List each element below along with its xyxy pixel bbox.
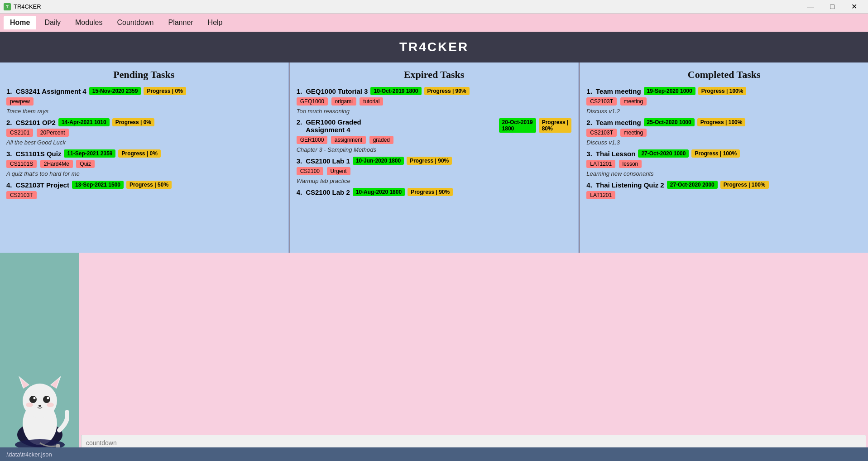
status-bar: .\data\tr4cker.json bbox=[0, 447, 868, 461]
tag: meeting bbox=[620, 129, 647, 137]
progress-badge: Progress | 100% bbox=[691, 149, 740, 158]
app-header: TR4CKER bbox=[0, 32, 868, 62]
task-number: 1. bbox=[297, 87, 302, 95]
task-name: Team meeting bbox=[596, 119, 641, 126]
tag: Quiz bbox=[76, 160, 95, 168]
progress-badge: Progress |80% bbox=[539, 118, 572, 133]
menu-modules[interactable]: Modules bbox=[69, 16, 109, 29]
task-name: CS2100 Lab 2 bbox=[306, 188, 350, 196]
tag: tutorial bbox=[360, 97, 383, 106]
chat-messages bbox=[79, 253, 868, 433]
task-number: 2. bbox=[297, 118, 302, 126]
task-name: Thai Lesson bbox=[596, 150, 636, 158]
maximize-button[interactable]: □ bbox=[822, 0, 843, 14]
progress-badge: Progress | 90% bbox=[424, 87, 470, 95]
date-badge: 25-Oct-2020 1000 bbox=[644, 118, 695, 126]
mascot bbox=[10, 371, 69, 448]
task-number: 1. bbox=[6, 87, 12, 95]
task-name: CS1101S Quiz bbox=[16, 150, 62, 158]
tag: 2Hard4Me bbox=[40, 160, 73, 168]
task-desc: Warmup lab practice bbox=[297, 178, 572, 184]
menu-help[interactable]: Help bbox=[201, 16, 229, 29]
window-controls: — □ ✕ bbox=[800, 0, 864, 14]
date-badge: 10-Aug-2020 1800 bbox=[353, 188, 405, 196]
tag: 20Percent bbox=[37, 129, 69, 137]
mascot-area bbox=[0, 253, 79, 453]
task-number: 4. bbox=[586, 181, 592, 189]
app-title: TR4CKER bbox=[14, 3, 41, 10]
pending-tasks-list: 1. CS3241 Assignment 4 15-Nov-2020 2359 … bbox=[0, 85, 288, 253]
list-item: 2. Team meeting 25-Oct-2020 1000 Progres… bbox=[586, 118, 862, 146]
chat-area bbox=[79, 253, 868, 453]
tag: LAT1201 bbox=[586, 191, 615, 199]
chat-input[interactable] bbox=[86, 439, 861, 447]
progress-badge: Progress | 90% bbox=[407, 157, 452, 165]
progress-badge: Progress | 0% bbox=[144, 87, 186, 95]
tag: graded bbox=[369, 136, 393, 144]
task-name: GEQ1000 Tutorial 3 bbox=[306, 87, 368, 95]
menu-bar: Home Daily Modules Countdown Planner Hel… bbox=[0, 14, 868, 32]
task-number: 3. bbox=[6, 150, 12, 158]
svg-point-5 bbox=[29, 396, 37, 403]
close-button[interactable]: ✕ bbox=[844, 0, 864, 14]
tag: CS2100 bbox=[297, 167, 323, 175]
list-item: 1. GEQ1000 Tutorial 3 10-Oct-2019 1800 P… bbox=[297, 87, 572, 115]
svg-point-7 bbox=[33, 397, 35, 399]
date-badge: 20-Oct-20191800 bbox=[499, 118, 536, 133]
task-number: 1. bbox=[586, 87, 592, 95]
menu-countdown[interactable]: Countdown bbox=[111, 16, 160, 29]
date-badge: 11-Sep-2021 2359 bbox=[64, 149, 115, 158]
task-desc: Discuss v1.2 bbox=[586, 108, 862, 115]
task-number: 3. bbox=[586, 150, 592, 158]
tag: CS2103T bbox=[586, 97, 617, 106]
pending-tasks-header: Pending Tasks bbox=[0, 62, 288, 85]
task-desc: Chapter 3 - Sampling Methods bbox=[297, 146, 572, 153]
date-badge: 14-Apr-2021 1010 bbox=[58, 118, 110, 126]
svg-point-9 bbox=[38, 405, 41, 407]
tag: Urgent bbox=[327, 167, 350, 175]
list-item: 3. CS2100 Lab 1 10-Jun-2020 1800 Progres… bbox=[297, 157, 572, 184]
svg-point-8 bbox=[47, 397, 49, 399]
progress-badge: Progress | 0% bbox=[112, 118, 154, 126]
date-badge: 10-Jun-2020 1800 bbox=[353, 157, 404, 165]
list-item: 4. CS2103T Project 13-Sep-2021 1500 Prog… bbox=[6, 181, 282, 200]
task-desc: Learning new consonants bbox=[586, 170, 862, 177]
completed-tasks-column: Completed Tasks 1. Team meeting 19-Sep-2… bbox=[580, 62, 868, 253]
list-item: 2. GER1000 GradedAssignment 4 20-Oct-201… bbox=[297, 118, 572, 153]
tag: pewpew bbox=[6, 97, 34, 106]
svg-point-12 bbox=[26, 403, 33, 407]
pending-tasks-column: Pending Tasks 1. CS3241 Assignment 4 15-… bbox=[0, 62, 289, 253]
list-item: 4. CS2100 Lab 2 10-Aug-2020 1800 Progres… bbox=[297, 188, 572, 196]
progress-badge: Progress | 100% bbox=[697, 118, 746, 126]
completed-tasks-header: Completed Tasks bbox=[580, 62, 868, 85]
bottom-section bbox=[0, 253, 868, 453]
date-badge: 27-Oct-2020 1000 bbox=[638, 149, 689, 158]
task-name: CS2100 Lab 1 bbox=[306, 157, 350, 165]
task-desc: Discuss v1.3 bbox=[586, 139, 862, 146]
tag: assignment bbox=[331, 136, 366, 144]
task-name: CS2103T Project bbox=[16, 181, 69, 189]
list-item: 4. Thai Listening Quiz 2 27-Oct-2020 200… bbox=[586, 181, 862, 200]
progress-badge: Progress | 100% bbox=[720, 181, 769, 189]
menu-planner[interactable]: Planner bbox=[162, 16, 199, 29]
menu-daily[interactable]: Daily bbox=[38, 16, 67, 29]
progress-badge: Progress | 100% bbox=[698, 87, 747, 95]
task-number: 3. bbox=[297, 157, 302, 165]
expired-tasks-column: Expired Tasks 1. GEQ1000 Tutorial 3 10-O… bbox=[290, 62, 579, 253]
date-badge: 19-Sep-2020 1000 bbox=[644, 87, 695, 95]
completed-tasks-list: 1. Team meeting 19-Sep-2020 1000 Progres… bbox=[580, 85, 868, 253]
app-header-title: TR4CKER bbox=[399, 40, 469, 54]
task-name: Thai Listening Quiz 2 bbox=[596, 181, 664, 189]
tag: LAT1201 bbox=[586, 160, 615, 168]
task-number: 2. bbox=[586, 119, 592, 126]
minimize-button[interactable]: — bbox=[800, 0, 821, 14]
date-badge: 13-Sep-2021 1500 bbox=[72, 181, 124, 189]
menu-home[interactable]: Home bbox=[4, 16, 36, 29]
title-bar: T TR4CKER — □ ✕ bbox=[0, 0, 868, 14]
tag: GEQ1000 bbox=[297, 97, 328, 106]
tag: CS1101S bbox=[6, 160, 37, 168]
date-badge: 15-Nov-2020 2359 bbox=[89, 87, 141, 95]
progress-badge: Progress | 90% bbox=[408, 188, 453, 196]
task-name: CS3241 Assignment 4 bbox=[16, 87, 86, 95]
expired-tasks-header: Expired Tasks bbox=[290, 62, 578, 85]
